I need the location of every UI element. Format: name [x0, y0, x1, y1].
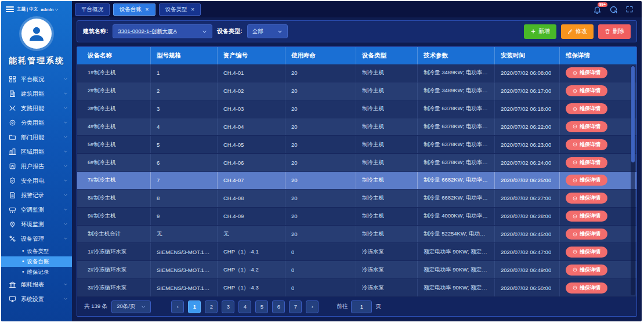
table-row[interactable]: 2#制冷主机2CH.4-0220制冷主机制冷量 3489KW; 电功率 2...… [77, 82, 636, 100]
table-row[interactable]: 9#制冷主机9CH.4-0920制冷主机制冷量 4000KW; 电功率 4...… [77, 208, 636, 226]
close-icon[interactable]: ✕ [145, 7, 149, 12]
table-row[interactable]: 7#制冷主机7CH.4-0720制冷主机制冷量 6682KW; 电功率 1...… [77, 172, 636, 190]
table-cell: 额定电功率 90KW; 额定电... [418, 261, 495, 278]
table-row[interactable]: 1#制冷主机1CH.4-0120制冷主机制冷量 3489KW; 电功率 2...… [77, 64, 636, 82]
tab-0[interactable]: 平台概况 [75, 3, 110, 16]
sidebar-item-4[interactable]: 部门用能 [1, 130, 72, 144]
sidebar-subitem-11-2[interactable]: •维保记录 [1, 267, 72, 277]
building-select[interactable]: 3301-0002-1-创新大厦A [113, 24, 212, 38]
goto-page: 前往 页 [337, 300, 381, 313]
user-menu[interactable]: admin [41, 7, 59, 12]
tab-2[interactable]: 设备类型✕ [159, 3, 201, 16]
table-row[interactable]: 8#制冷主机8CH.4-0820制冷主机制冷量 6682KW; 电功率 1...… [77, 190, 636, 208]
sidebar-item-9[interactable]: 空调监测 [1, 202, 72, 217]
scrollbar-thumb[interactable] [631, 66, 635, 162]
sidebar-item-2[interactable]: 支路用能 [1, 101, 72, 115]
chevron-down-icon [63, 193, 68, 197]
sidebar-subitem-11-0[interactable]: •设备类型 [1, 246, 72, 256]
add-button[interactable]: 新增 [524, 24, 556, 39]
sidebar-item-8[interactable]: 报警记录 [1, 188, 72, 202]
table-row[interactable]: 制冷主机合计无无20制冷主机制冷量 52254KW; 电功率 ...2020/0… [77, 226, 636, 244]
maintenance-detail-button[interactable]: 维保详情 [566, 247, 607, 258]
sidebar-item-5[interactable]: 区域用能 [1, 144, 72, 159]
maintenance-detail-button[interactable]: 维保详情 [566, 265, 607, 276]
chevron-down-icon [63, 178, 68, 183]
table-row[interactable]: 6#制冷主机6CH.4-0620制冷主机制冷量 6378KW; 电功率 2...… [77, 154, 636, 172]
sidebar-item-13[interactable]: 系统设置 [1, 292, 72, 306]
page-button-5[interactable]: 5 [255, 300, 268, 313]
sidebar-item-7[interactable]: 安全用电 [1, 173, 72, 188]
page-button-4[interactable]: 4 [238, 300, 251, 313]
table-row[interactable]: 1#冷冻循环水泵SIEMENS/3-MOT.1LG028...CHP（1）-4.… [77, 243, 636, 261]
table-cell: 无 [218, 226, 285, 243]
table-row[interactable]: 3#冷冻循环水泵SIEMENS/3-MOT.1LG028...CHP（1）-4.… [77, 279, 636, 297]
maintenance-detail-button[interactable]: 维保详情 [566, 157, 607, 168]
table-cell: CH.4-09 [218, 208, 285, 225]
sidebar-item-label: 区域用能 [21, 148, 44, 156]
prev-page-button[interactable]: ‹ [171, 300, 184, 313]
maintenance-detail-button[interactable]: 维保详情 [566, 67, 607, 78]
sidebar-item-3[interactable]: 分类用能 [1, 115, 72, 130]
sidebar-item-11[interactable]: 设备管理 [1, 231, 72, 246]
page-size-select[interactable]: 20条/页 [111, 300, 151, 313]
alarm-log-icon [9, 191, 16, 199]
table-cell: CHP（1）-4.1 [218, 243, 285, 260]
table-cell: 9#制冷主机 [77, 208, 151, 225]
report-icon [9, 162, 16, 170]
maintenance-detail-button[interactable]: 维保详情 [566, 193, 607, 204]
page-button-1[interactable]: 1 [188, 300, 201, 313]
sidebar-item-10[interactable]: 环境监测 [1, 217, 72, 231]
maintenance-detail-button[interactable]: 维保详情 [566, 229, 607, 240]
page-button-2[interactable]: 2 [205, 300, 218, 313]
pager: ‹1234567› [171, 300, 319, 313]
maintenance-detail-button[interactable]: 维保详情 [566, 121, 607, 132]
table-cell: 7#制冷主机 [77, 172, 151, 189]
sidebar-item-6[interactable]: 用户报告 [1, 159, 72, 173]
table-row[interactable]: 4#制冷主机4CH.4-0420制冷主机制冷量 6378KW; 电功率 2...… [77, 118, 636, 136]
close-icon[interactable]: ✕ [191, 7, 195, 12]
page-button-3[interactable]: 3 [222, 300, 234, 313]
page-button-7[interactable]: 7 [289, 300, 302, 313]
building-select-value: 3301-0002-1-创新大厦A [118, 28, 176, 35]
ac-icon [9, 206, 16, 213]
sidebar-item-1[interactable]: 建筑用能 [1, 86, 72, 101]
notification-bell-icon[interactable]: 99+ [593, 5, 602, 14]
table-cell-actions: 维保详情 [560, 190, 636, 207]
maintenance-detail-button[interactable]: 维保详情 [566, 103, 607, 114]
table-cell-actions: 维保详情 [560, 226, 636, 243]
maintenance-detail-button[interactable]: 维保详情 [566, 139, 607, 150]
table-cell: 制冷主机 [356, 118, 418, 136]
sidebar-item-0[interactable]: 平台概况 [1, 72, 72, 86]
page-button-6[interactable]: 6 [272, 300, 285, 313]
branch-icon [9, 104, 16, 112]
maintenance-detail-button[interactable]: 维保详情 [566, 175, 607, 186]
table-cell: 1#冷冻循环水泵 [77, 243, 151, 260]
table-cell: 1 [151, 64, 218, 82]
theme-language-switch[interactable]: 主题 | 中文 [17, 6, 38, 12]
table-row[interactable]: 5#制冷主机5CH.4-0520制冷主机制冷量 6378KW; 电功率 2...… [77, 136, 636, 154]
type-select[interactable]: 全部 [247, 24, 288, 38]
edit-button[interactable]: 修改 [561, 24, 594, 39]
goto-page-input[interactable] [351, 300, 372, 313]
table-cell: CH.4-06 [218, 154, 285, 171]
shield-icon [9, 177, 16, 184]
edit-pencil-icon [567, 28, 573, 34]
chevron-down-icon [63, 164, 68, 168]
vertical-scrollbar[interactable] [631, 66, 635, 295]
table-cell: 3#冷冻循环水泵 [77, 279, 151, 296]
maintenance-detail-button[interactable]: 维保详情 [566, 282, 607, 294]
menu-toggle-icon[interactable] [6, 5, 14, 13]
tab-1[interactable]: 设备台账✕ [113, 3, 155, 16]
maintenance-detail-button[interactable]: 维保详情 [566, 211, 607, 222]
detail-doc-icon [573, 196, 577, 201]
table-row[interactable]: 3#制冷主机3CH.4-0320制冷主机制冷量 6378KW; 电功率 2...… [77, 100, 636, 118]
next-page-button[interactable]: › [306, 300, 319, 313]
maintenance-detail-button[interactable]: 维保详情 [566, 85, 607, 96]
table-row[interactable]: 2#冷冻循环水泵SIEMENS/3-MOT.1LG028...CHP（1）-4.… [77, 261, 636, 279]
table-cell: 0 [285, 279, 356, 296]
fullscreen-icon[interactable] [625, 5, 634, 13]
refresh-icon[interactable] [609, 5, 618, 14]
sidebar-item-12[interactable]: 能耗报表 [1, 277, 72, 292]
delete-button[interactable]: 删除 [598, 24, 631, 39]
sidebar-subitem-11-1[interactable]: •设备台账 [1, 256, 72, 267]
